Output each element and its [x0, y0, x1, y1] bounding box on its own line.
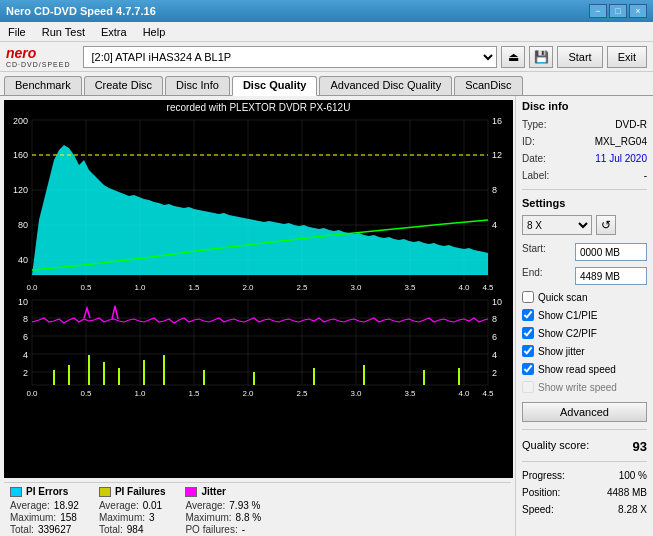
pi-failures-max-val: 3 — [149, 512, 155, 523]
quality-score-label: Quality score: — [522, 439, 589, 454]
menu-help[interactable]: Help — [139, 25, 170, 39]
svg-text:16: 16 — [492, 116, 502, 126]
svg-text:0.0: 0.0 — [26, 283, 38, 292]
refresh-button[interactable]: ↺ — [596, 215, 616, 235]
speed-select[interactable]: 8 X 4 X 12 X 16 X MAX — [522, 215, 592, 235]
svg-text:1.0: 1.0 — [134, 389, 146, 398]
pi-failures-avg-val: 0.01 — [143, 500, 162, 511]
svg-text:2.0: 2.0 — [242, 283, 254, 292]
menu-file[interactable]: File — [4, 25, 30, 39]
svg-text:40: 40 — [18, 255, 28, 265]
svg-text:120: 120 — [13, 185, 28, 195]
progress-val: 100 % — [619, 470, 647, 481]
pi-failures-total-val: 984 — [127, 524, 144, 535]
pi-errors-maximum: Maximum: 158 — [10, 512, 79, 523]
start-button[interactable]: Start — [557, 46, 602, 68]
svg-text:2.0: 2.0 — [242, 389, 254, 398]
write-speed-row: Show write speed — [522, 381, 647, 393]
jitter-legend: Jitter — [185, 486, 261, 497]
disc-type-val: DVD-R — [615, 119, 647, 130]
tab-advanced-disc-quality[interactable]: Advanced Disc Quality — [319, 76, 452, 95]
minimize-button[interactable]: − — [589, 4, 607, 18]
jitter-row: Show jitter — [522, 345, 647, 357]
tab-disc-quality[interactable]: Disc Quality — [232, 76, 318, 96]
main-content: recorded with PLEXTOR DVDR PX-612U 200 1… — [0, 96, 653, 536]
svg-text:4.5: 4.5 — [482, 389, 494, 398]
svg-text:1.5: 1.5 — [188, 389, 200, 398]
maximize-button[interactable]: □ — [609, 4, 627, 18]
disc-id-val: MXL_RG04 — [595, 136, 647, 147]
pi-failures-maximum: Maximum: 3 — [99, 512, 166, 523]
c1pie-checkbox[interactable] — [522, 309, 534, 321]
jitter-group: Jitter Average: 7.93 % Maximum: 8.8 % PO… — [185, 486, 261, 531]
divider-2 — [522, 429, 647, 430]
disc-date-row: Date: 11 Jul 2020 — [522, 153, 647, 164]
svg-text:4: 4 — [23, 350, 28, 360]
menu-extra[interactable]: Extra — [97, 25, 131, 39]
exit-button[interactable]: Exit — [607, 46, 647, 68]
end-input[interactable] — [575, 267, 647, 285]
pi-failures-legend-box — [99, 487, 111, 497]
speed-val-quality: 8.28 X — [618, 504, 647, 515]
c2pif-label: Show C2/PIF — [538, 328, 597, 339]
write-speed-checkbox — [522, 381, 534, 393]
title-bar: Nero CD-DVD Speed 4.7.7.16 − □ × — [0, 0, 653, 22]
svg-text:3.5: 3.5 — [404, 389, 416, 398]
charts-svg: 200 160 120 80 40 16 12 8 4 — [4, 100, 513, 478]
position-val: 4488 MB — [607, 487, 647, 498]
pi-failures-total: Total: 984 — [99, 524, 166, 535]
quick-scan-checkbox[interactable] — [522, 291, 534, 303]
toolbar: nero CD·DVD/SPEED [2:0] ATAPI iHAS324 A … — [0, 42, 653, 72]
svg-text:0.0: 0.0 — [26, 389, 38, 398]
pi-errors-label: PI Errors — [26, 486, 68, 497]
menu-run-test[interactable]: Run Test — [38, 25, 89, 39]
svg-text:4.0: 4.0 — [458, 283, 470, 292]
pi-errors-legend-box — [10, 487, 22, 497]
speed-row-quality: Speed: 8.28 X — [522, 504, 647, 515]
pi-failures-group: PI Failures Average: 0.01 Maximum: 3 Tot… — [99, 486, 166, 531]
tab-disc-info[interactable]: Disc Info — [165, 76, 230, 95]
logo-nero: nero — [6, 45, 71, 61]
pi-errors-average: Average: 18.92 — [10, 500, 79, 511]
tab-scan-disc[interactable]: ScanDisc — [454, 76, 522, 95]
po-failures-val: - — [242, 524, 245, 535]
start-row: Start: — [522, 243, 647, 261]
position-label: Position: — [522, 487, 560, 498]
save-button[interactable]: 💾 — [529, 46, 553, 68]
start-input[interactable] — [575, 243, 647, 261]
window-controls: − □ × — [589, 4, 647, 18]
progress-label: Progress: — [522, 470, 565, 481]
svg-text:1.0: 1.0 — [134, 283, 146, 292]
write-speed-label: Show write speed — [538, 382, 617, 393]
tab-create-disc[interactable]: Create Disc — [84, 76, 163, 95]
drive-select[interactable]: [2:0] ATAPI iHAS324 A BL1P — [83, 46, 498, 68]
left-content: recorded with PLEXTOR DVDR PX-612U 200 1… — [0, 96, 515, 536]
svg-text:8: 8 — [492, 314, 497, 324]
svg-text:2.5: 2.5 — [296, 283, 308, 292]
close-button[interactable]: × — [629, 4, 647, 18]
quality-score-val: 93 — [633, 439, 647, 454]
read-speed-row: Show read speed — [522, 363, 647, 375]
jitter-maximum: Maximum: 8.8 % — [185, 512, 261, 523]
position-row: Position: 4488 MB — [522, 487, 647, 498]
svg-text:80: 80 — [18, 220, 28, 230]
end-label: End: — [522, 267, 543, 285]
chart-area: recorded with PLEXTOR DVDR PX-612U 200 1… — [4, 100, 513, 478]
start-label: Start: — [522, 243, 546, 261]
read-speed-checkbox[interactable] — [522, 363, 534, 375]
logo-sub: CD·DVD/SPEED — [6, 61, 71, 68]
advanced-button[interactable]: Advanced — [522, 402, 647, 422]
disc-date-label: Date: — [522, 153, 546, 164]
jitter-legend-box — [185, 487, 197, 497]
svg-text:1.5: 1.5 — [188, 283, 200, 292]
svg-text:200: 200 — [13, 116, 28, 126]
jitter-checkbox[interactable] — [522, 345, 534, 357]
c2pif-checkbox[interactable] — [522, 327, 534, 339]
disc-label-label: Label: — [522, 170, 549, 181]
pi-failures-label: PI Failures — [115, 486, 166, 497]
divider-3 — [522, 461, 647, 462]
svg-text:12: 12 — [492, 150, 502, 160]
tab-benchmark[interactable]: Benchmark — [4, 76, 82, 95]
eject-button[interactable]: ⏏ — [501, 46, 525, 68]
svg-text:4: 4 — [492, 220, 497, 230]
